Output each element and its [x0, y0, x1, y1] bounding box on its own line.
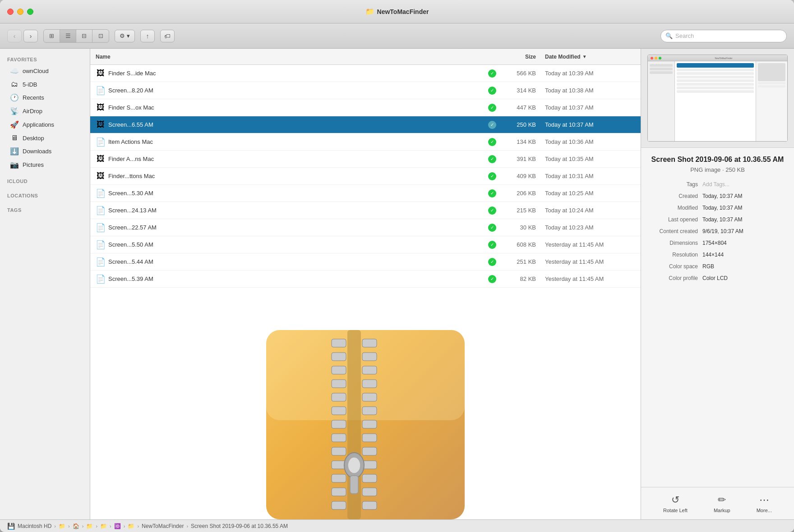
created-label: Created	[648, 192, 702, 200]
macintosh-hd-icon: 💾	[7, 523, 15, 530]
file-thumbnail: 📄	[96, 274, 106, 284]
sidebar-item-pictures[interactable]: 📷 Pictures	[3, 158, 87, 171]
detail-file-title: Screen Shot 2019-09-06 at 10.36.55 AM	[648, 155, 787, 165]
group-sort-button[interactable]: ⚙ ▾	[115, 30, 135, 42]
sidebar-item-desktop[interactable]: 🖥 Desktop	[3, 132, 87, 144]
col-name-header[interactable]: Name	[96, 54, 500, 60]
gallery-view-button[interactable]: ⊡	[92, 30, 109, 42]
file-date: Today at 10:38 AM	[545, 87, 635, 94]
markup-label: Markup	[714, 508, 730, 513]
file-size: 134 KB	[500, 138, 545, 145]
more-button[interactable]: ⋯ More...	[757, 494, 772, 513]
breadcrumb-sep: ›	[186, 523, 188, 529]
color-space-value: RGB	[702, 262, 787, 271]
table-row[interactable]: 📄 Item Actions Mac ✓ 134 KB Today at 10:…	[90, 133, 641, 151]
main-content: Favorites ☁️ ownCloud 🗂 5-iDB 🕐 Recents …	[0, 49, 794, 519]
modified-value: Today, 10:37 AM	[702, 204, 787, 212]
table-row[interactable]: 🖼 Finder A...ns Mac ✓ 391 KB Today at 10…	[90, 151, 641, 168]
col-size-header[interactable]: Size	[500, 54, 545, 60]
column-view-button[interactable]: ⊟	[76, 30, 92, 42]
table-row[interactable]: 📄 Screen...24.13 AM ✓ 215 KB Today at 10…	[90, 202, 641, 219]
table-row[interactable]: 📄 Screen...5.50 AM ✓ 608 KB Yesterday at…	[90, 236, 641, 253]
file-date: Yesterday at 11:45 AM	[545, 241, 635, 248]
forward-button[interactable]: ›	[23, 30, 38, 42]
sync-status-icon: ✓	[488, 121, 496, 129]
close-button[interactable]	[7, 9, 14, 15]
file-name: Screen...5.30 AM	[108, 190, 488, 197]
sidebar-item-downloads[interactable]: ⬇️ Downloads	[3, 145, 87, 158]
sync-status-icon: ✓	[488, 275, 496, 283]
file-size: 206 KB	[500, 190, 545, 197]
breadcrumb-macintosh-hd[interactable]: Macintosh HD	[18, 523, 51, 529]
sidebar-item-5idb[interactable]: 🗂 5-iDB	[3, 78, 87, 91]
tags-header: Tags	[0, 205, 90, 215]
tags-value[interactable]: Add Tags...	[702, 180, 787, 188]
breadcrumb-newtomacfinder[interactable]: NewToMacFinder	[142, 523, 184, 529]
table-row[interactable]: 🖼 Finder S...ox Mac ✓ 447 KB Today at 10…	[90, 99, 641, 116]
table-row[interactable]: 🖼 Finder...ttons Mac ✓ 409 KB Today at 1…	[90, 168, 641, 185]
more-icon: ⋯	[759, 494, 769, 506]
icon-view-button[interactable]: ⊞	[44, 30, 60, 42]
file-size: 314 KB	[500, 87, 545, 94]
sort-chevron-icon: ▼	[582, 54, 587, 59]
favorites-header: Favorites	[0, 54, 90, 64]
file-date: Today at 10:39 AM	[545, 70, 635, 77]
search-bar[interactable]: 🔍 Search	[660, 30, 787, 42]
sidebar-item-recents[interactable]: 🕐 Recents	[3, 91, 87, 104]
breadcrumb-sep: ›	[124, 523, 125, 529]
sync-status-icon: ✓	[488, 258, 496, 266]
detail-actions: ↺ Rotate Left ✏ Markup ⋯ More...	[641, 487, 794, 519]
file-thumbnail: 📄	[96, 86, 106, 96]
sidebar-item-airdrop[interactable]: 📡 AirDrop	[3, 105, 87, 118]
breadcrumb-sep: ›	[137, 523, 139, 529]
dimensions-label: Dimensions	[648, 239, 702, 247]
sidebar-item-applications[interactable]: 🚀 Applications	[3, 118, 87, 131]
back-button[interactable]: ‹	[7, 30, 22, 42]
table-row[interactable]: 📄 Screen...22.57 AM ✓ 30 KB Today at 10:…	[90, 219, 641, 236]
color-space-row: Color space RGB	[648, 262, 787, 271]
tag-button[interactable]: 🏷	[160, 30, 175, 42]
table-row[interactable]: 📄 Screen...5.44 AM ✓ 251 KB Yesterday at…	[90, 253, 641, 271]
icloud-header: iCloud	[0, 176, 90, 186]
share-icon: ↑	[146, 32, 149, 40]
share-button[interactable]: ↑	[140, 30, 155, 42]
sync-status-icon: ✓	[488, 69, 496, 78]
file-date: Today at 10:35 AM	[545, 156, 635, 162]
list-view-button[interactable]: ☰	[60, 30, 76, 42]
applications-icon: 🚀	[10, 120, 19, 129]
rotate-left-button[interactable]: ↺ Rotate Left	[663, 494, 688, 513]
table-row[interactable]: 📄 Screen...5.30 AM ✓ 206 KB Today at 10:…	[90, 185, 641, 202]
file-thumbnail: 📄	[96, 137, 106, 147]
minimize-button[interactable]	[17, 9, 23, 15]
sync-status-icon: ✓	[488, 172, 496, 180]
last-opened-value: Today, 10:37 AM	[702, 216, 787, 224]
modified-row: Modified Today, 10:37 AM	[648, 204, 787, 212]
sidebar-label-desktop: Desktop	[23, 135, 44, 142]
detail-preview: NewToMacFinder	[641, 49, 794, 148]
content-created-row: Content created 9/6/19, 10:37 AM	[648, 227, 787, 235]
sidebar-item-owncloud[interactable]: ☁️ ownCloud	[3, 64, 87, 78]
table-row[interactable]: 📄 Screen...8.20 AM ✓ 314 KB Today at 10:…	[90, 82, 641, 99]
window-title-area: 📁 NewToMacFinder	[365, 7, 429, 16]
breadcrumb-sep: ›	[68, 523, 70, 529]
table-row[interactable]: 🖼 Finder S...ide Mac ✓ 566 KB Today at 1…	[90, 65, 641, 82]
file-name: Screen...8.20 AM	[108, 87, 488, 94]
table-row[interactable]: 📄 Screen...5.39 AM ✓ 82 KB Yesterday at …	[90, 271, 641, 288]
breadcrumb-home-icon: 🏠	[73, 523, 79, 529]
sync-status-icon: ✓	[488, 155, 496, 163]
markup-button[interactable]: ✏ Markup	[714, 494, 730, 513]
sync-status-icon: ✓	[488, 206, 496, 215]
file-name: Item Actions Mac	[108, 138, 488, 145]
maximize-button[interactable]	[27, 9, 33, 15]
resolution-value: 144×144	[702, 251, 787, 259]
file-name: Screen...5.50 AM	[108, 241, 488, 248]
breadcrumb-folder4-icon: 📁	[128, 523, 134, 529]
sidebar-label-applications: Applications	[23, 121, 54, 128]
owncloud-icon: ☁️	[10, 67, 19, 75]
file-size: 30 KB	[500, 224, 545, 231]
col-date-header[interactable]: Date Modified ▼	[545, 54, 635, 60]
table-row[interactable]: 🖼 Screen...6.55 AM ✓ 250 KB Today at 10:…	[90, 116, 641, 133]
last-opened-label: Last opened	[648, 216, 702, 224]
pictures-icon: 📷	[10, 161, 19, 169]
sync-status-icon: ✓	[488, 241, 496, 249]
